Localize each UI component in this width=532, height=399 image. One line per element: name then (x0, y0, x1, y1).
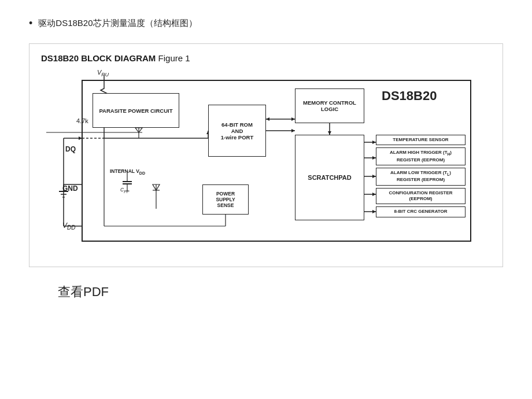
intro-line: • 驱动DS18B20芯片测量温度（结构框图） (29, 17, 503, 29)
memory-control-box: MEMORY CONTROLLOGIC (295, 88, 364, 123)
svg-marker-12 (266, 117, 269, 121)
ds18b20-label: DS18B20 (382, 88, 437, 104)
page: • 驱动DS18B20芯片测量温度（结构框图） DS18B20 BLOCK DI… (0, 0, 532, 399)
rom-box: 64-BIT ROMAND1-wire PORT (208, 105, 266, 157)
block-diagram: VPU 4.7k · · · · · · · DQ GND VDD PARASI… (46, 70, 486, 255)
svg-marker-34 (135, 128, 142, 132)
vdd-label: VDD (62, 221, 75, 231)
memory-control-label: MEMORY CONTROLLOGIC (303, 99, 356, 112)
internal-vdd-label: INTERNAL VDD (110, 168, 145, 176)
right-boxes-container: TEMPERATURE SENSOR ALARM HIGH TRIGGER (T… (376, 135, 466, 220)
power-supply-label: POWERSUPPLYSENSE (216, 191, 235, 208)
alarm-high-box: ALARM HIGH TRIGGER (TH)REGISTER (EEPROM) (376, 147, 466, 165)
diagram-title-fig: Figure 1 (156, 53, 190, 63)
svg-marker-10 (291, 129, 295, 132)
alarm-low-box: ALARM LOW TRIGGER (TL)REGISTER (EEPROM) (376, 168, 466, 186)
intro-text: 驱动DS18B20芯片测量温度（结构框图） (38, 18, 197, 29)
cpp-label: CPP (120, 187, 130, 194)
vpu-label: VPU (97, 69, 109, 77)
scratchpad-box: SCRATCHPAD (295, 135, 364, 220)
crc-generator-box: 8-BIT CRC GENERATOR (376, 206, 466, 217)
view-pdf-link[interactable]: 查看PDF (58, 283, 503, 301)
power-supply-sense-box: POWERSUPPLYSENSE (202, 184, 249, 215)
diagram-title-bold: DS18B20 BLOCK DIAGRAM (41, 53, 156, 63)
rom-label: 64-BIT ROMAND1-wire PORT (221, 121, 254, 141)
diagram-title: DS18B20 BLOCK DIAGRAM Figure 1 (41, 53, 491, 63)
parasite-power-box: PARASITE POWER CIRCUIT (93, 93, 179, 128)
gnd-label: GND (62, 184, 78, 193)
temp-sensor-box: TEMPERATURE SENSOR (376, 135, 466, 145)
bullet-point: • (29, 17, 32, 29)
diagram-section: DS18B20 BLOCK DIAGRAM Figure 1 (29, 43, 503, 267)
parasite-power-label: PARASITE POWER CIRCUIT (99, 108, 172, 114)
svg-marker-41 (153, 184, 160, 190)
resistor-label: 4.7k (76, 117, 88, 124)
dotted-marker: · · · · · · · (76, 135, 101, 141)
dq-label: DQ (65, 145, 76, 153)
scratchpad-label: SCRATCHPAD (308, 174, 351, 181)
config-register-box: CONFIGURATION REGISTER(EEPROM) (376, 188, 466, 205)
